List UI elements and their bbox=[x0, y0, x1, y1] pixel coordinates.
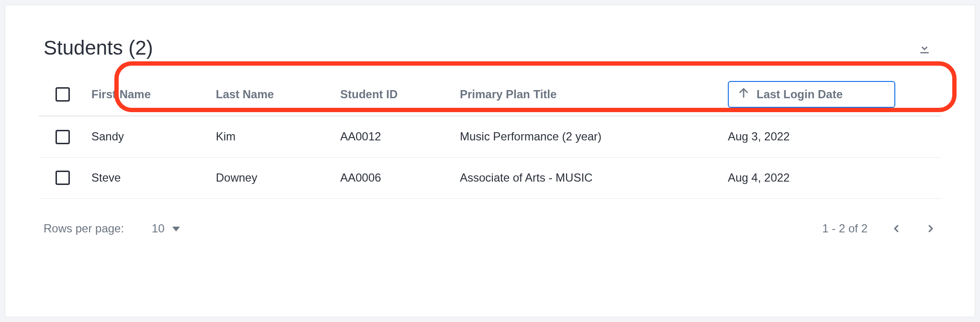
cell-first-name: Steve bbox=[87, 157, 211, 198]
page-title: Students (2) bbox=[44, 36, 153, 59]
cell-last-login-date: Aug 4, 2022 bbox=[723, 157, 941, 198]
chevron-right-icon bbox=[925, 223, 936, 234]
table-footer: Rows per page: 10 1 - 2 of 2 bbox=[39, 222, 941, 235]
rows-per-page-label: Rows per page: bbox=[44, 222, 124, 235]
cell-first-name: Sandy bbox=[87, 116, 211, 157]
header-row: First Name Last Name Student ID Primary … bbox=[39, 73, 941, 116]
cell-student-id: AA0012 bbox=[335, 116, 455, 157]
download-icon[interactable] bbox=[917, 41, 932, 55]
row-select-checkbox[interactable] bbox=[56, 130, 70, 144]
header-last-login-label: Last Login Date bbox=[757, 88, 843, 101]
students-table: First Name Last Name Student ID Primary … bbox=[39, 73, 941, 199]
rows-per-page-value: 10 bbox=[152, 222, 165, 235]
table-container: First Name Last Name Student ID Primary … bbox=[39, 73, 941, 199]
cell-primary-plan-title: Music Performance (2 year) bbox=[455, 116, 723, 157]
table-row[interactable]: Sandy Kim AA0012 Music Performance (2 ye… bbox=[39, 116, 941, 157]
cell-student-id: AA0006 bbox=[335, 157, 455, 198]
rows-per-page: Rows per page: 10 bbox=[44, 222, 180, 235]
cell-last-login-date: Aug 3, 2022 bbox=[723, 116, 941, 157]
rows-per-page-select[interactable]: 10 bbox=[137, 222, 180, 235]
cell-primary-plan-title: Associate of Arts - MUSIC bbox=[455, 157, 723, 198]
next-page-button[interactable] bbox=[925, 223, 936, 234]
cell-last-name: Downey bbox=[211, 157, 335, 198]
chevron-down-icon bbox=[172, 227, 180, 231]
cell-last-name: Kim bbox=[211, 116, 335, 157]
card-header: Students (2) bbox=[39, 36, 941, 59]
select-all-checkbox[interactable] bbox=[56, 87, 70, 102]
header-primary-plan-title[interactable]: Primary Plan Title bbox=[455, 73, 723, 116]
row-checkbox-cell bbox=[39, 157, 87, 198]
table-row[interactable]: Steve Downey AA0006 Associate of Arts - … bbox=[39, 157, 941, 198]
pagination-range: 1 - 2 of 2 bbox=[822, 222, 868, 235]
sort-indicator-last-login[interactable]: Last Login Date bbox=[728, 81, 895, 108]
row-checkbox-cell bbox=[39, 116, 87, 157]
students-card: Students (2) First Name Last Name Studen… bbox=[5, 5, 975, 317]
arrow-up-icon bbox=[737, 87, 750, 102]
header-checkbox-cell bbox=[39, 73, 87, 116]
header-student-id[interactable]: Student ID bbox=[335, 73, 455, 116]
pager: 1 - 2 of 2 bbox=[822, 222, 936, 235]
header-last-login-date[interactable]: Last Login Date bbox=[723, 73, 941, 116]
chevron-left-icon bbox=[891, 223, 902, 234]
header-first-name[interactable]: First Name bbox=[87, 73, 211, 116]
header-last-name[interactable]: Last Name bbox=[211, 73, 335, 116]
prev-page-button[interactable] bbox=[891, 223, 902, 234]
row-select-checkbox[interactable] bbox=[56, 171, 70, 185]
